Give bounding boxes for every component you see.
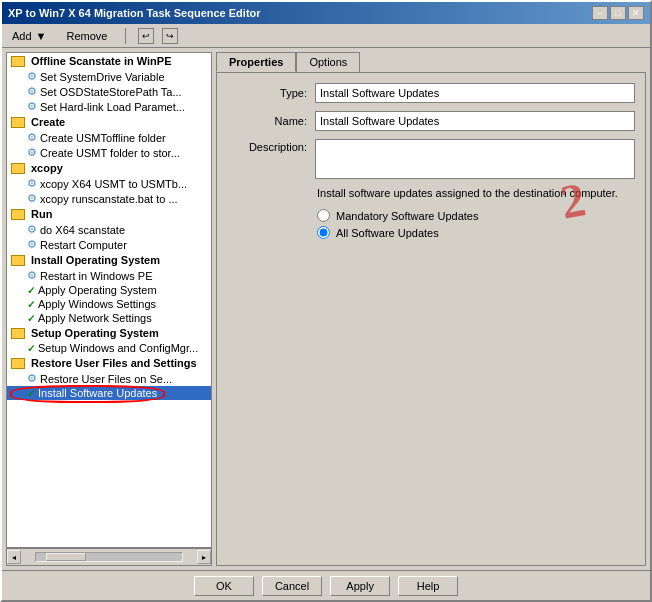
tree-item-do-x64-scanstate[interactable]: ⚙do X64 scanstate <box>7 222 211 237</box>
item-label: Restart Computer <box>40 239 127 251</box>
group-label: Run <box>31 208 52 220</box>
tree-item-xcopy-x64-usmt-to-usmtb...[interactable]: ⚙xcopy X64 USMT to USMTb... <box>7 176 211 191</box>
gear-icon: ⚙ <box>27 146 37 159</box>
group-label: Install Operating System <box>31 254 160 266</box>
tree-group-create[interactable]: Create <box>7 114 211 130</box>
group-label: Setup Operating System <box>31 327 159 339</box>
item-label: Apply Network Settings <box>38 312 152 324</box>
item-label: Create USMToffline folder <box>40 132 166 144</box>
add-menu[interactable]: Add ▼ <box>6 28 52 44</box>
menu-bar: Add ▼ Remove ↩ ↪ <box>2 24 650 48</box>
title-bar-buttons: − □ ✕ <box>592 6 644 20</box>
tree-item-restore-user-files-on-se...[interactable]: ⚙Restore User Files on Se... <box>7 371 211 386</box>
item-label: Install Software Updates <box>38 387 157 399</box>
group-label: Restore User Files and Settings <box>31 357 197 369</box>
folder-icon <box>11 209 25 220</box>
group-label: xcopy <box>31 162 63 174</box>
tab-options[interactable]: Options <box>296 52 360 72</box>
gear-icon: ⚙ <box>27 85 37 98</box>
tree-item-apply-operating-system[interactable]: ✓Apply Operating System <box>7 283 211 297</box>
tree-item-create-usmt-folder-to-stor...[interactable]: ⚙Create USMT folder to stor... <box>7 145 211 160</box>
item-label: Apply Operating System <box>38 284 157 296</box>
name-label: Name: <box>227 115 307 127</box>
add-label: Add <box>12 30 32 42</box>
green-check-icon: ✓ <box>27 285 35 296</box>
scroll-right-button[interactable]: ▸ <box>197 550 211 564</box>
tree-item-apply-windows-settings[interactable]: ✓Apply Windows Settings <box>7 297 211 311</box>
tree-item-setup-windows-and-configmgr...[interactable]: ✓Setup Windows and ConfigMgr... <box>7 341 211 355</box>
mandatory-radio-label: Mandatory Software Updates <box>336 210 478 222</box>
apply-button[interactable]: Apply <box>330 576 390 596</box>
name-input[interactable] <box>315 111 635 131</box>
green-check-icon: ✓ <box>27 388 35 399</box>
tree-group-xcopy[interactable]: xcopy <box>7 160 211 176</box>
green-check-icon: ✓ <box>27 299 35 310</box>
toolbar-icon-1[interactable]: ↩ <box>138 28 154 44</box>
gear-icon: ⚙ <box>27 100 37 113</box>
tree-group-restore-user-files-and-settings[interactable]: Restore User Files and Settings <box>7 355 211 371</box>
item-label: Setup Windows and ConfigMgr... <box>38 342 198 354</box>
maximize-button[interactable]: □ <box>610 6 626 20</box>
group-label: Create <box>31 116 65 128</box>
minimize-button[interactable]: − <box>592 6 608 20</box>
tree-group-setup-operating-system[interactable]: Setup Operating System <box>7 325 211 341</box>
tree-group-offline-scanstate-in-winpe[interactable]: Offline Scanstate in WinPE <box>7 53 211 69</box>
tree-view[interactable]: Offline Scanstate in WinPE⚙Set SystemDri… <box>6 52 212 548</box>
name-row: Name: <box>227 111 635 131</box>
horizontal-scrollbar[interactable]: ◂ ▸ <box>6 548 212 566</box>
tree-item-xcopy-runscanstate.bat-to-...[interactable]: ⚙xcopy runscanstate.bat to ... <box>7 191 211 206</box>
main-content: Offline Scanstate in WinPE⚙Set SystemDri… <box>2 48 650 570</box>
bottom-bar: OK Cancel Apply Help <box>2 570 650 600</box>
type-row: Type: <box>227 83 635 103</box>
tree-item-restart-computer[interactable]: ⚙Restart Computer <box>7 237 211 252</box>
gear-icon: ⚙ <box>27 269 37 282</box>
tree-item-set-systemdrive-variable[interactable]: ⚙Set SystemDrive Variable <box>7 69 211 84</box>
folder-icon <box>11 328 25 339</box>
properties-panel: Type: Name: Description: Install softwar… <box>216 72 646 566</box>
scroll-left-button[interactable]: ◂ <box>7 550 21 564</box>
group-label: Offline Scanstate in WinPE <box>31 55 171 67</box>
title-bar: XP to Win7 X 64 Migration Task Sequence … <box>2 2 650 24</box>
green-check-icon: ✓ <box>27 313 35 324</box>
add-chevron-icon: ▼ <box>36 30 47 42</box>
description-label: Description: <box>227 139 307 153</box>
tree-item-set-osdstatestorepath-ta...[interactable]: ⚙Set OSDStateStorePath Ta... <box>7 84 211 99</box>
item-label: xcopy runscanstate.bat to ... <box>40 193 178 205</box>
scrollbar-thumb[interactable] <box>46 553 86 561</box>
tree-group-run[interactable]: Run <box>7 206 211 222</box>
mandatory-radio[interactable] <box>317 209 330 222</box>
remove-label: Remove <box>66 30 107 42</box>
folder-icon <box>11 163 25 174</box>
tree-item-set-hard-link-load-paramet...[interactable]: ⚙Set Hard-link Load Paramet... <box>7 99 211 114</box>
all-radio[interactable] <box>317 226 330 239</box>
tree-item-install-software-updates[interactable]: ✓Install Software Updates <box>7 386 211 400</box>
item-label: Restore User Files on Se... <box>40 373 172 385</box>
remove-menu[interactable]: Remove <box>60 28 113 44</box>
item-label: do X64 scanstate <box>40 224 125 236</box>
item-label: Set Hard-link Load Paramet... <box>40 101 185 113</box>
item-label: Restart in Windows PE <box>40 270 152 282</box>
ok-button[interactable]: OK <box>194 576 254 596</box>
tree-item-create-usmtoffline-folder[interactable]: ⚙Create USMToffline folder <box>7 130 211 145</box>
toolbar-icon-2[interactable]: ↪ <box>162 28 178 44</box>
item-label: xcopy X64 USMT to USMTb... <box>40 178 187 190</box>
type-input[interactable] <box>315 83 635 103</box>
cancel-button[interactable]: Cancel <box>262 576 322 596</box>
folder-icon <box>11 255 25 266</box>
folder-icon <box>11 117 25 128</box>
close-button[interactable]: ✕ <box>628 6 644 20</box>
tab-properties[interactable]: Properties <box>216 52 296 72</box>
description-input[interactable] <box>315 139 635 179</box>
gear-icon: ⚙ <box>27 131 37 144</box>
tab-bar: Properties Options <box>216 52 646 72</box>
scrollbar-track <box>35 552 183 562</box>
tree-item-apply-network-settings[interactable]: ✓Apply Network Settings <box>7 311 211 325</box>
item-label: Create USMT folder to stor... <box>40 147 180 159</box>
tree-item-restart-in-windows-pe[interactable]: ⚙Restart in Windows PE <box>7 268 211 283</box>
tree-group-install-operating-system[interactable]: Install Operating System <box>7 252 211 268</box>
help-button[interactable]: Help <box>398 576 458 596</box>
folder-icon <box>11 56 25 67</box>
main-window: XP to Win7 X 64 Migration Task Sequence … <box>0 0 652 602</box>
gear-icon: ⚙ <box>27 238 37 251</box>
folder-icon <box>11 358 25 369</box>
